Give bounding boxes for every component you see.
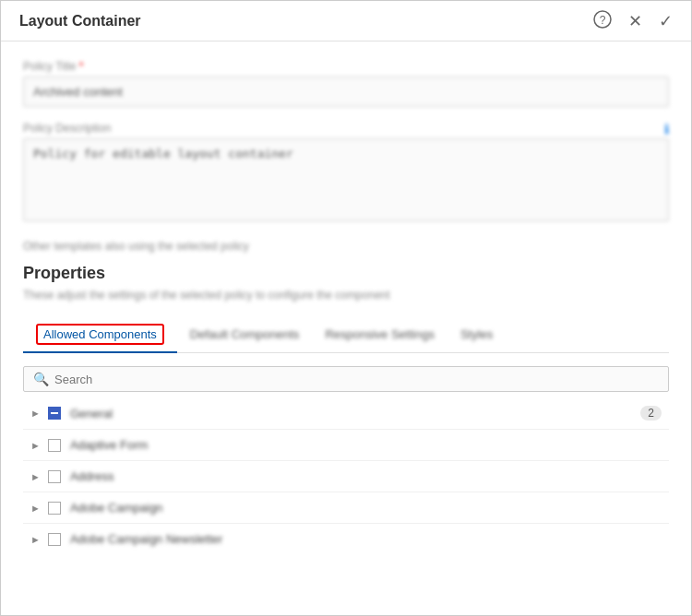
search-icon: 🔍 xyxy=(33,372,49,386)
checkbox-general[interactable] xyxy=(48,407,61,420)
properties-desc: These adjust the settings of the selecte… xyxy=(23,289,669,302)
properties-section: Properties These adjust the settings of … xyxy=(23,264,669,302)
tab-allowed-components-label: Allowed Components xyxy=(36,324,164,345)
search-bar: 🔍 xyxy=(23,366,669,392)
policy-description-group: Policy Description ℹ Policy for editable… xyxy=(23,122,669,225)
dialog: Layout Container ? ✕ ✓ Policy Title * xyxy=(0,0,692,616)
checkbox-adaptive-form[interactable] xyxy=(48,439,61,452)
list-item: ► Address xyxy=(23,461,669,492)
item-label-adobe-campaign-newsletter: Adobe Campaign Newsletter xyxy=(70,532,662,546)
dialog-footer xyxy=(1,597,691,615)
list-item: ► General 2 xyxy=(23,397,669,430)
chevron-icon[interactable]: ► xyxy=(30,534,41,545)
item-label-adobe-campaign: Adobe Campaign xyxy=(70,501,662,515)
checkbox-adobe-campaign[interactable] xyxy=(48,502,61,515)
policy-title-label: Policy Title * xyxy=(23,60,669,73)
tab-responsive-settings[interactable]: Responsive Settings xyxy=(312,320,447,349)
components-list: ► General 2 ► Adaptive Form ► Address ► xyxy=(23,397,669,554)
tab-styles[interactable]: Styles xyxy=(447,320,506,349)
policy-description-label: Policy Description ℹ xyxy=(23,122,669,135)
list-item: ► Adobe Campaign xyxy=(23,492,669,524)
policy-title-input[interactable] xyxy=(23,77,669,107)
helper-text: Other templates also using the selected … xyxy=(23,240,669,253)
dialog-body: Policy Title * Policy Description ℹ Poli… xyxy=(1,41,691,597)
info-icon: ℹ xyxy=(664,122,669,136)
item-label-general: General xyxy=(70,407,633,421)
chevron-icon[interactable]: ► xyxy=(30,503,41,514)
tab-allowed-components[interactable]: Allowed Components xyxy=(23,316,177,352)
list-item: ► Adaptive Form xyxy=(23,430,669,461)
confirm-icon[interactable]: ✓ xyxy=(659,13,673,30)
tabs-container: Allowed Components Default Components Re… xyxy=(23,316,669,353)
badge-general: 2 xyxy=(640,406,662,421)
dialog-title: Layout Container xyxy=(19,13,141,30)
properties-title: Properties xyxy=(23,264,669,283)
tab-default-components[interactable]: Default Components xyxy=(177,320,313,349)
dialog-header-icons: ? ✕ ✓ xyxy=(593,10,673,31)
chevron-icon[interactable]: ► xyxy=(30,408,41,419)
close-icon[interactable]: ✕ xyxy=(628,13,642,30)
item-label-address: Address xyxy=(70,469,662,483)
policy-title-group: Policy Title * xyxy=(23,60,669,107)
svg-text:?: ? xyxy=(600,14,606,27)
search-input[interactable] xyxy=(54,373,659,386)
policy-description-input[interactable]: Policy for editable layout container xyxy=(23,138,669,221)
checkbox-adobe-campaign-newsletter[interactable] xyxy=(48,533,61,546)
tab-styles-label: Styles xyxy=(460,327,493,341)
tab-default-components-label: Default Components xyxy=(190,327,300,341)
list-item: ► Adobe Campaign Newsletter xyxy=(23,524,669,554)
item-label-adaptive-form: Adaptive Form xyxy=(70,438,662,452)
checkbox-address[interactable] xyxy=(48,470,61,483)
blurred-form-section: Policy Title * Policy Description ℹ Poli… xyxy=(23,60,669,253)
chevron-icon[interactable]: ► xyxy=(30,471,41,482)
dialog-header: Layout Container ? ✕ ✓ xyxy=(1,1,691,41)
tab-responsive-settings-label: Responsive Settings xyxy=(325,327,435,341)
help-icon[interactable]: ? xyxy=(593,10,612,31)
chevron-icon[interactable]: ► xyxy=(30,440,41,451)
